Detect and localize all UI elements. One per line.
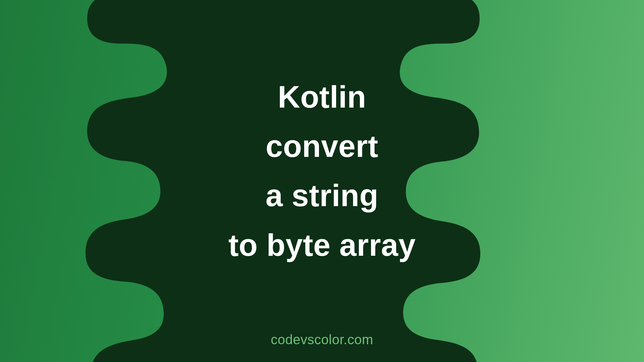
- heading-line-2: convert: [228, 122, 416, 171]
- heading-line-4: to byte array: [228, 221, 416, 270]
- banner-heading: Kotlin convert a string to byte array: [228, 72, 416, 270]
- heading-line-1: Kotlin: [228, 72, 416, 122]
- heading-line-3: a string: [228, 171, 416, 221]
- footer-site-name: codevscolor.com: [271, 332, 373, 347]
- banner-canvas: Kotlin convert a string to byte array co…: [0, 0, 644, 362]
